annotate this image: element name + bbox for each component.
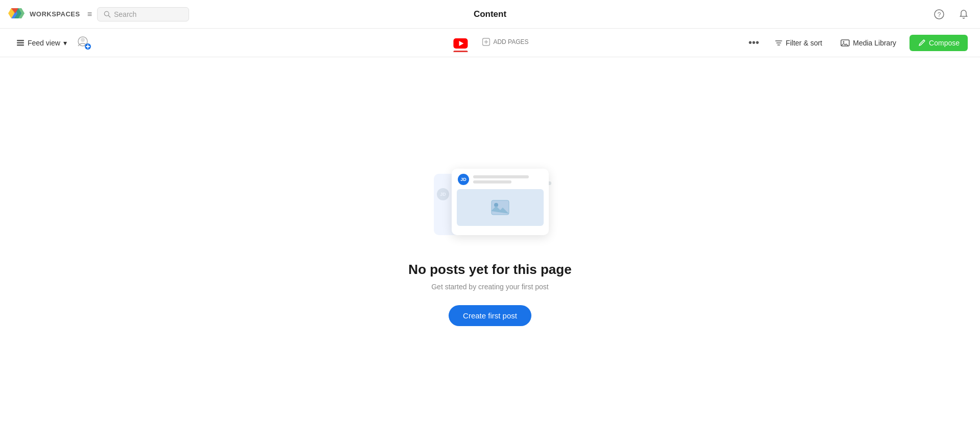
- top-navigation: WORKSPACES ≡ Search Content ?: [0, 0, 980, 29]
- search-icon: [104, 11, 111, 18]
- svg-point-12: [81, 38, 85, 42]
- add-account-button[interactable]: [75, 34, 94, 52]
- toolbar-right: ••• Filter & sort Media Library Compose: [746, 35, 968, 51]
- youtube-icon: [453, 38, 468, 49]
- filter-sort-label: Filter & sort: [786, 39, 823, 47]
- card-line-long: [473, 175, 529, 178]
- svg-text:?: ?: [938, 11, 941, 18]
- add-pages-icon: [482, 38, 490, 46]
- page-title: Content: [474, 9, 506, 19]
- add-pages-button[interactable]: ADD PAGES: [476, 34, 534, 52]
- more-button[interactable]: •••: [746, 35, 761, 51]
- feed-view-chevron: ▾: [63, 39, 67, 47]
- search-placeholder: Search: [114, 10, 136, 18]
- help-button[interactable]: ?: [931, 6, 947, 22]
- tab-active-underline: [453, 51, 468, 52]
- feed-view-button[interactable]: Feed view ▾: [12, 37, 71, 49]
- card-text-lines: [473, 175, 543, 183]
- content-toolbar: Feed view ▾: [0, 29, 980, 57]
- youtube-play-icon: [459, 41, 463, 46]
- workspaces-label: WORKSPACES: [30, 10, 80, 18]
- filter-sort-button[interactable]: Filter & sort: [769, 36, 828, 50]
- toolbar-left: Feed view ▾: [12, 34, 94, 52]
- empty-state-title: No posts yet for this page: [408, 262, 571, 278]
- media-library-button[interactable]: Media Library: [835, 35, 901, 51]
- bell-icon: [959, 9, 969, 19]
- media-library-icon: [841, 38, 850, 48]
- add-account-icon: [75, 34, 94, 52]
- svg-rect-8: [17, 40, 24, 41]
- compose-icon: [918, 39, 926, 47]
- help-icon: ?: [934, 9, 944, 19]
- search-bar[interactable]: Search: [97, 7, 189, 21]
- compose-button[interactable]: Compose: [909, 35, 968, 51]
- card-image-area: [457, 189, 544, 226]
- svg-line-5: [108, 15, 110, 17]
- main-content: JD JD No post: [0, 57, 980, 437]
- media-library-label: Media Library: [853, 39, 896, 47]
- card-front: JD: [452, 169, 549, 235]
- notifications-button[interactable]: [955, 6, 972, 22]
- card-line-short: [473, 180, 511, 183]
- compose-label: Compose: [929, 39, 960, 47]
- feed-view-label: Feed view: [28, 39, 60, 47]
- tabs-container: ADD PAGES: [445, 34, 534, 52]
- hamburger-icon[interactable]: ≡: [87, 10, 92, 19]
- empty-state-subtitle: Get started by creating your first post: [431, 283, 549, 291]
- svg-rect-10: [17, 44, 24, 46]
- create-first-post-button[interactable]: Create first post: [449, 305, 531, 326]
- svg-rect-9: [17, 42, 24, 43]
- nav-right: ?: [931, 6, 972, 22]
- nav-left: WORKSPACES ≡ Search: [8, 6, 931, 22]
- feed-view-icon: [16, 39, 25, 47]
- app-logo[interactable]: [8, 6, 25, 22]
- add-pages-label: ADD PAGES: [493, 38, 528, 45]
- empty-state-illustration: JD JD: [418, 169, 562, 245]
- avatar-front: JD: [458, 174, 469, 185]
- card-header: JD: [452, 169, 549, 189]
- tab-youtube[interactable]: [445, 34, 476, 52]
- filter-icon: [775, 39, 783, 47]
- card-image-icon: [491, 200, 509, 215]
- svg-point-23: [843, 41, 845, 42]
